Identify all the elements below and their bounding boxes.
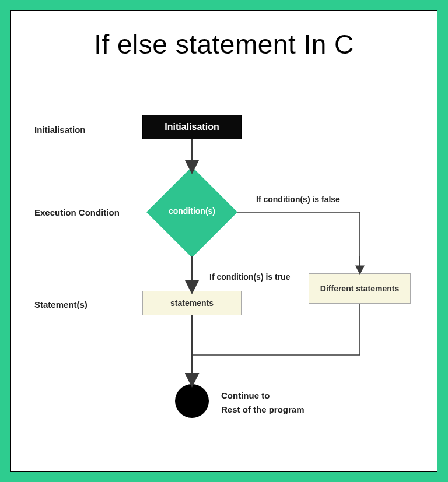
page-title: If else statement In C	[11, 29, 437, 60]
label-initialisation: Initialisation	[34, 125, 86, 135]
continue-text: Continue to Rest of the program	[221, 389, 304, 417]
node-false-statements: Different statements	[309, 273, 411, 304]
diagram-canvas: If else statement In C Initialisation Ex…	[10, 10, 438, 472]
label-statements: Statement(s)	[34, 300, 88, 309]
continue-line1: Continue to	[221, 389, 304, 403]
node-initialisation: Initialisation	[142, 115, 242, 139]
continue-line2: Rest of the program	[221, 403, 304, 417]
label-execution-condition: Execution Condition	[34, 207, 120, 217]
node-true-statements: statements	[142, 291, 242, 315]
edge-label-false: If condition(s) is false	[256, 195, 340, 204]
connector-condition-to-false	[237, 212, 360, 273]
node-condition-diamond	[146, 167, 237, 258]
node-end-circle	[175, 384, 209, 418]
edge-label-true: If condition(s) is true	[209, 272, 290, 282]
